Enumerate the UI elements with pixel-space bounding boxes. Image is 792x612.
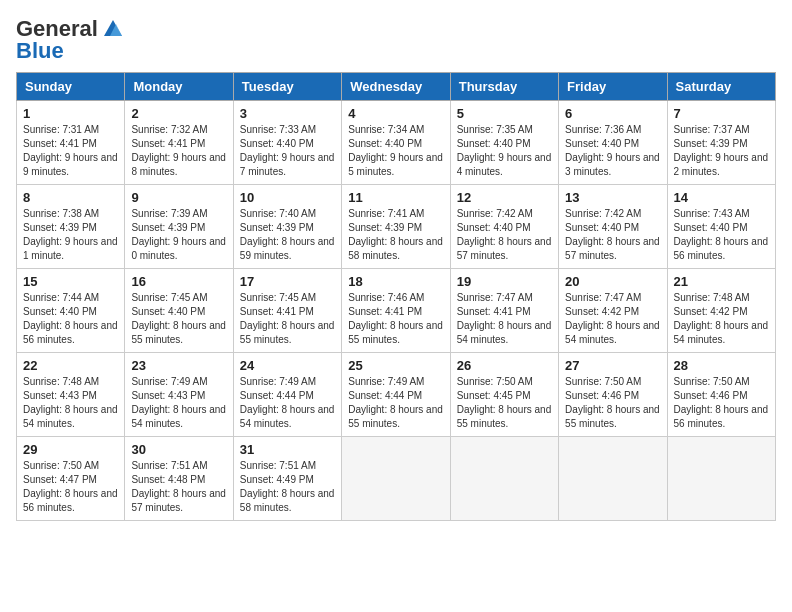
cell-info: Sunrise: 7:38 AMSunset: 4:39 PMDaylight:…	[23, 207, 118, 263]
day-number: 1	[23, 106, 118, 121]
day-number: 27	[565, 358, 660, 373]
cell-info: Sunrise: 7:47 AMSunset: 4:41 PMDaylight:…	[457, 291, 552, 347]
day-number: 8	[23, 190, 118, 205]
cell-info: Sunrise: 7:45 AMSunset: 4:40 PMDaylight:…	[131, 291, 226, 347]
calendar-cell: 25 Sunrise: 7:49 AMSunset: 4:44 PMDaylig…	[342, 353, 450, 437]
calendar-cell: 10 Sunrise: 7:40 AMSunset: 4:39 PMDaylig…	[233, 185, 341, 269]
day-number: 17	[240, 274, 335, 289]
cell-info: Sunrise: 7:49 AMSunset: 4:43 PMDaylight:…	[131, 375, 226, 431]
calendar-cell: 7 Sunrise: 7:37 AMSunset: 4:39 PMDayligh…	[667, 101, 775, 185]
week-row-1: 1 Sunrise: 7:31 AMSunset: 4:41 PMDayligh…	[17, 101, 776, 185]
day-number: 13	[565, 190, 660, 205]
calendar-cell: 2 Sunrise: 7:32 AMSunset: 4:41 PMDayligh…	[125, 101, 233, 185]
day-number: 5	[457, 106, 552, 121]
day-number: 16	[131, 274, 226, 289]
cell-info: Sunrise: 7:48 AMSunset: 4:42 PMDaylight:…	[674, 291, 769, 347]
calendar-cell: 6 Sunrise: 7:36 AMSunset: 4:40 PMDayligh…	[559, 101, 667, 185]
cell-info: Sunrise: 7:48 AMSunset: 4:43 PMDaylight:…	[23, 375, 118, 431]
cell-info: Sunrise: 7:46 AMSunset: 4:41 PMDaylight:…	[348, 291, 443, 347]
day-number: 21	[674, 274, 769, 289]
cell-info: Sunrise: 7:35 AMSunset: 4:40 PMDaylight:…	[457, 123, 552, 179]
cell-info: Sunrise: 7:43 AMSunset: 4:40 PMDaylight:…	[674, 207, 769, 263]
cell-info: Sunrise: 7:32 AMSunset: 4:41 PMDaylight:…	[131, 123, 226, 179]
calendar-cell: 13 Sunrise: 7:42 AMSunset: 4:40 PMDaylig…	[559, 185, 667, 269]
week-row-3: 15 Sunrise: 7:44 AMSunset: 4:40 PMDaylig…	[17, 269, 776, 353]
calendar-cell: 8 Sunrise: 7:38 AMSunset: 4:39 PMDayligh…	[17, 185, 125, 269]
day-header-thursday: Thursday	[450, 73, 558, 101]
week-row-4: 22 Sunrise: 7:48 AMSunset: 4:43 PMDaylig…	[17, 353, 776, 437]
calendar-cell	[667, 437, 775, 521]
cell-info: Sunrise: 7:36 AMSunset: 4:40 PMDaylight:…	[565, 123, 660, 179]
day-number: 2	[131, 106, 226, 121]
day-number: 30	[131, 442, 226, 457]
day-number: 22	[23, 358, 118, 373]
day-number: 15	[23, 274, 118, 289]
cell-info: Sunrise: 7:41 AMSunset: 4:39 PMDaylight:…	[348, 207, 443, 263]
calendar-cell: 9 Sunrise: 7:39 AMSunset: 4:39 PMDayligh…	[125, 185, 233, 269]
week-row-5: 29 Sunrise: 7:50 AMSunset: 4:47 PMDaylig…	[17, 437, 776, 521]
cell-info: Sunrise: 7:51 AMSunset: 4:48 PMDaylight:…	[131, 459, 226, 515]
calendar-cell: 1 Sunrise: 7:31 AMSunset: 4:41 PMDayligh…	[17, 101, 125, 185]
day-number: 3	[240, 106, 335, 121]
day-number: 18	[348, 274, 443, 289]
cell-info: Sunrise: 7:45 AMSunset: 4:41 PMDaylight:…	[240, 291, 335, 347]
day-number: 24	[240, 358, 335, 373]
day-number: 4	[348, 106, 443, 121]
day-number: 20	[565, 274, 660, 289]
header: General Blue	[16, 16, 776, 64]
logo: General Blue	[16, 16, 124, 64]
calendar-cell: 24 Sunrise: 7:49 AMSunset: 4:44 PMDaylig…	[233, 353, 341, 437]
calendar-cell	[450, 437, 558, 521]
calendar-cell: 20 Sunrise: 7:47 AMSunset: 4:42 PMDaylig…	[559, 269, 667, 353]
calendar-cell: 15 Sunrise: 7:44 AMSunset: 4:40 PMDaylig…	[17, 269, 125, 353]
day-number: 31	[240, 442, 335, 457]
calendar-cell: 29 Sunrise: 7:50 AMSunset: 4:47 PMDaylig…	[17, 437, 125, 521]
day-number: 10	[240, 190, 335, 205]
calendar-cell: 18 Sunrise: 7:46 AMSunset: 4:41 PMDaylig…	[342, 269, 450, 353]
calendar-cell: 4 Sunrise: 7:34 AMSunset: 4:40 PMDayligh…	[342, 101, 450, 185]
cell-info: Sunrise: 7:37 AMSunset: 4:39 PMDaylight:…	[674, 123, 769, 179]
day-number: 9	[131, 190, 226, 205]
calendar-cell	[559, 437, 667, 521]
day-header-tuesday: Tuesday	[233, 73, 341, 101]
calendar-cell	[342, 437, 450, 521]
calendar-cell: 11 Sunrise: 7:41 AMSunset: 4:39 PMDaylig…	[342, 185, 450, 269]
day-number: 11	[348, 190, 443, 205]
calendar-cell: 30 Sunrise: 7:51 AMSunset: 4:48 PMDaylig…	[125, 437, 233, 521]
calendar-cell: 17 Sunrise: 7:45 AMSunset: 4:41 PMDaylig…	[233, 269, 341, 353]
day-number: 23	[131, 358, 226, 373]
cell-info: Sunrise: 7:50 AMSunset: 4:46 PMDaylight:…	[565, 375, 660, 431]
week-row-2: 8 Sunrise: 7:38 AMSunset: 4:39 PMDayligh…	[17, 185, 776, 269]
cell-info: Sunrise: 7:49 AMSunset: 4:44 PMDaylight:…	[348, 375, 443, 431]
day-number: 12	[457, 190, 552, 205]
cell-info: Sunrise: 7:47 AMSunset: 4:42 PMDaylight:…	[565, 291, 660, 347]
calendar-cell: 12 Sunrise: 7:42 AMSunset: 4:40 PMDaylig…	[450, 185, 558, 269]
calendar-cell: 21 Sunrise: 7:48 AMSunset: 4:42 PMDaylig…	[667, 269, 775, 353]
day-number: 28	[674, 358, 769, 373]
logo-icon	[102, 18, 124, 40]
day-header-sunday: Sunday	[17, 73, 125, 101]
cell-info: Sunrise: 7:44 AMSunset: 4:40 PMDaylight:…	[23, 291, 118, 347]
calendar-cell: 19 Sunrise: 7:47 AMSunset: 4:41 PMDaylig…	[450, 269, 558, 353]
day-number: 14	[674, 190, 769, 205]
logo-blue: Blue	[16, 38, 64, 64]
calendar-cell: 5 Sunrise: 7:35 AMSunset: 4:40 PMDayligh…	[450, 101, 558, 185]
day-number: 19	[457, 274, 552, 289]
cell-info: Sunrise: 7:42 AMSunset: 4:40 PMDaylight:…	[457, 207, 552, 263]
day-number: 29	[23, 442, 118, 457]
cell-info: Sunrise: 7:31 AMSunset: 4:41 PMDaylight:…	[23, 123, 118, 179]
cell-info: Sunrise: 7:42 AMSunset: 4:40 PMDaylight:…	[565, 207, 660, 263]
calendar-cell: 31 Sunrise: 7:51 AMSunset: 4:49 PMDaylig…	[233, 437, 341, 521]
day-number: 26	[457, 358, 552, 373]
calendar-cell: 27 Sunrise: 7:50 AMSunset: 4:46 PMDaylig…	[559, 353, 667, 437]
calendar-cell: 14 Sunrise: 7:43 AMSunset: 4:40 PMDaylig…	[667, 185, 775, 269]
calendar-table: SundayMondayTuesdayWednesdayThursdayFrid…	[16, 72, 776, 521]
cell-info: Sunrise: 7:39 AMSunset: 4:39 PMDaylight:…	[131, 207, 226, 263]
calendar-cell: 16 Sunrise: 7:45 AMSunset: 4:40 PMDaylig…	[125, 269, 233, 353]
day-header-wednesday: Wednesday	[342, 73, 450, 101]
day-header-friday: Friday	[559, 73, 667, 101]
calendar-cell: 28 Sunrise: 7:50 AMSunset: 4:46 PMDaylig…	[667, 353, 775, 437]
day-number: 25	[348, 358, 443, 373]
cell-info: Sunrise: 7:50 AMSunset: 4:47 PMDaylight:…	[23, 459, 118, 515]
cell-info: Sunrise: 7:51 AMSunset: 4:49 PMDaylight:…	[240, 459, 335, 515]
